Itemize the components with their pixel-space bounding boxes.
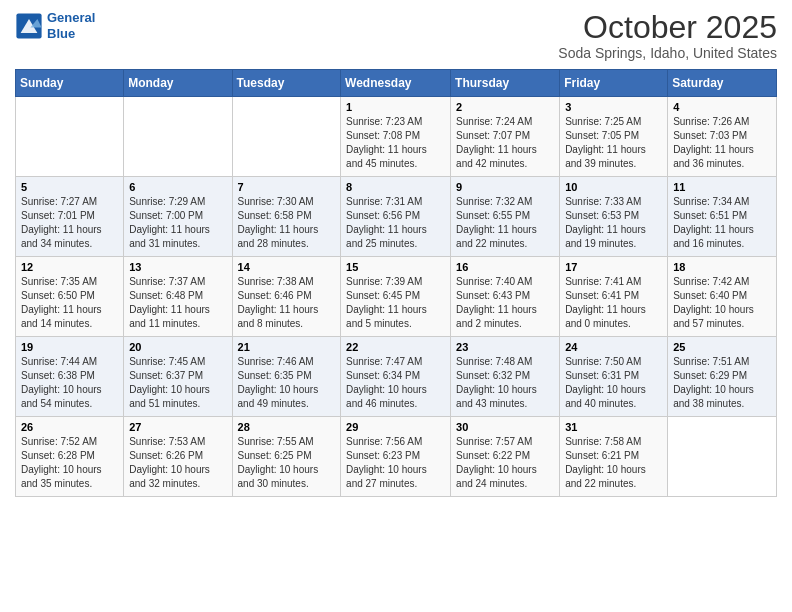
day-info: Sunrise: 7:40 AMSunset: 6:43 PMDaylight:… — [456, 275, 554, 331]
week-row-1: 1Sunrise: 7:23 AMSunset: 7:08 PMDaylight… — [16, 97, 777, 177]
calendar-cell — [668, 417, 777, 497]
day-number: 11 — [673, 181, 771, 193]
day-info: Sunrise: 7:41 AMSunset: 6:41 PMDaylight:… — [565, 275, 662, 331]
day-info: Sunrise: 7:23 AMSunset: 7:08 PMDaylight:… — [346, 115, 445, 171]
day-number: 15 — [346, 261, 445, 273]
calendar-cell: 28Sunrise: 7:55 AMSunset: 6:25 PMDayligh… — [232, 417, 341, 497]
calendar-cell: 27Sunrise: 7:53 AMSunset: 6:26 PMDayligh… — [124, 417, 232, 497]
title-block: October 2025 Soda Springs, Idaho, United… — [558, 10, 777, 61]
day-info: Sunrise: 7:32 AMSunset: 6:55 PMDaylight:… — [456, 195, 554, 251]
calendar-cell: 9Sunrise: 7:32 AMSunset: 6:55 PMDaylight… — [451, 177, 560, 257]
calendar-cell: 26Sunrise: 7:52 AMSunset: 6:28 PMDayligh… — [16, 417, 124, 497]
weekday-tuesday: Tuesday — [232, 70, 341, 97]
month-title: October 2025 — [558, 10, 777, 45]
day-info: Sunrise: 7:35 AMSunset: 6:50 PMDaylight:… — [21, 275, 118, 331]
logo-line2: Blue — [47, 26, 75, 41]
day-info: Sunrise: 7:37 AMSunset: 6:48 PMDaylight:… — [129, 275, 226, 331]
day-number: 14 — [238, 261, 336, 273]
day-info: Sunrise: 7:51 AMSunset: 6:29 PMDaylight:… — [673, 355, 771, 411]
day-number: 1 — [346, 101, 445, 113]
calendar-cell: 2Sunrise: 7:24 AMSunset: 7:07 PMDaylight… — [451, 97, 560, 177]
day-number: 31 — [565, 421, 662, 433]
day-number: 28 — [238, 421, 336, 433]
day-number: 23 — [456, 341, 554, 353]
calendar-cell: 13Sunrise: 7:37 AMSunset: 6:48 PMDayligh… — [124, 257, 232, 337]
calendar-cell: 8Sunrise: 7:31 AMSunset: 6:56 PMDaylight… — [341, 177, 451, 257]
calendar-cell — [124, 97, 232, 177]
weekday-thursday: Thursday — [451, 70, 560, 97]
day-info: Sunrise: 7:52 AMSunset: 6:28 PMDaylight:… — [21, 435, 118, 491]
location-subtitle: Soda Springs, Idaho, United States — [558, 45, 777, 61]
calendar-cell: 31Sunrise: 7:58 AMSunset: 6:21 PMDayligh… — [560, 417, 668, 497]
logo-text: General Blue — [47, 10, 95, 41]
day-number: 2 — [456, 101, 554, 113]
day-number: 22 — [346, 341, 445, 353]
calendar-cell: 7Sunrise: 7:30 AMSunset: 6:58 PMDaylight… — [232, 177, 341, 257]
day-number: 6 — [129, 181, 226, 193]
calendar-cell: 3Sunrise: 7:25 AMSunset: 7:05 PMDaylight… — [560, 97, 668, 177]
weekday-friday: Friday — [560, 70, 668, 97]
logo: General Blue — [15, 10, 95, 41]
day-info: Sunrise: 7:47 AMSunset: 6:34 PMDaylight:… — [346, 355, 445, 411]
calendar-cell: 22Sunrise: 7:47 AMSunset: 6:34 PMDayligh… — [341, 337, 451, 417]
day-number: 18 — [673, 261, 771, 273]
calendar-cell: 24Sunrise: 7:50 AMSunset: 6:31 PMDayligh… — [560, 337, 668, 417]
day-number: 25 — [673, 341, 771, 353]
day-info: Sunrise: 7:48 AMSunset: 6:32 PMDaylight:… — [456, 355, 554, 411]
day-info: Sunrise: 7:29 AMSunset: 7:00 PMDaylight:… — [129, 195, 226, 251]
day-info: Sunrise: 7:38 AMSunset: 6:46 PMDaylight:… — [238, 275, 336, 331]
day-info: Sunrise: 7:31 AMSunset: 6:56 PMDaylight:… — [346, 195, 445, 251]
weekday-sunday: Sunday — [16, 70, 124, 97]
calendar-cell: 21Sunrise: 7:46 AMSunset: 6:35 PMDayligh… — [232, 337, 341, 417]
calendar-cell: 30Sunrise: 7:57 AMSunset: 6:22 PMDayligh… — [451, 417, 560, 497]
calendar-cell: 14Sunrise: 7:38 AMSunset: 6:46 PMDayligh… — [232, 257, 341, 337]
header: General Blue October 2025 Soda Springs, … — [15, 10, 777, 61]
week-row-3: 12Sunrise: 7:35 AMSunset: 6:50 PMDayligh… — [16, 257, 777, 337]
calendar-cell: 10Sunrise: 7:33 AMSunset: 6:53 PMDayligh… — [560, 177, 668, 257]
day-info: Sunrise: 7:27 AMSunset: 7:01 PMDaylight:… — [21, 195, 118, 251]
calendar-cell: 23Sunrise: 7:48 AMSunset: 6:32 PMDayligh… — [451, 337, 560, 417]
weekday-monday: Monday — [124, 70, 232, 97]
day-info: Sunrise: 7:53 AMSunset: 6:26 PMDaylight:… — [129, 435, 226, 491]
week-row-4: 19Sunrise: 7:44 AMSunset: 6:38 PMDayligh… — [16, 337, 777, 417]
day-number: 29 — [346, 421, 445, 433]
calendar-cell: 6Sunrise: 7:29 AMSunset: 7:00 PMDaylight… — [124, 177, 232, 257]
calendar-cell: 1Sunrise: 7:23 AMSunset: 7:08 PMDaylight… — [341, 97, 451, 177]
day-info: Sunrise: 7:55 AMSunset: 6:25 PMDaylight:… — [238, 435, 336, 491]
day-number: 20 — [129, 341, 226, 353]
logo-line1: General — [47, 10, 95, 25]
day-info: Sunrise: 7:24 AMSunset: 7:07 PMDaylight:… — [456, 115, 554, 171]
day-info: Sunrise: 7:26 AMSunset: 7:03 PMDaylight:… — [673, 115, 771, 171]
calendar-cell: 29Sunrise: 7:56 AMSunset: 6:23 PMDayligh… — [341, 417, 451, 497]
day-number: 27 — [129, 421, 226, 433]
day-number: 10 — [565, 181, 662, 193]
day-info: Sunrise: 7:46 AMSunset: 6:35 PMDaylight:… — [238, 355, 336, 411]
day-number: 21 — [238, 341, 336, 353]
week-row-2: 5Sunrise: 7:27 AMSunset: 7:01 PMDaylight… — [16, 177, 777, 257]
day-info: Sunrise: 7:56 AMSunset: 6:23 PMDaylight:… — [346, 435, 445, 491]
day-number: 7 — [238, 181, 336, 193]
day-number: 12 — [21, 261, 118, 273]
day-number: 16 — [456, 261, 554, 273]
calendar-cell: 11Sunrise: 7:34 AMSunset: 6:51 PMDayligh… — [668, 177, 777, 257]
day-number: 17 — [565, 261, 662, 273]
day-info: Sunrise: 7:25 AMSunset: 7:05 PMDaylight:… — [565, 115, 662, 171]
day-info: Sunrise: 7:42 AMSunset: 6:40 PMDaylight:… — [673, 275, 771, 331]
calendar-cell: 17Sunrise: 7:41 AMSunset: 6:41 PMDayligh… — [560, 257, 668, 337]
day-number: 19 — [21, 341, 118, 353]
calendar-cell — [232, 97, 341, 177]
day-number: 4 — [673, 101, 771, 113]
logo-icon — [15, 12, 43, 40]
day-number: 8 — [346, 181, 445, 193]
weekday-header-row: SundayMondayTuesdayWednesdayThursdayFrid… — [16, 70, 777, 97]
calendar-cell: 19Sunrise: 7:44 AMSunset: 6:38 PMDayligh… — [16, 337, 124, 417]
day-info: Sunrise: 7:50 AMSunset: 6:31 PMDaylight:… — [565, 355, 662, 411]
calendar-cell: 4Sunrise: 7:26 AMSunset: 7:03 PMDaylight… — [668, 97, 777, 177]
calendar-cell — [16, 97, 124, 177]
day-number: 5 — [21, 181, 118, 193]
day-number: 13 — [129, 261, 226, 273]
day-number: 24 — [565, 341, 662, 353]
day-number: 3 — [565, 101, 662, 113]
day-info: Sunrise: 7:57 AMSunset: 6:22 PMDaylight:… — [456, 435, 554, 491]
calendar-cell: 25Sunrise: 7:51 AMSunset: 6:29 PMDayligh… — [668, 337, 777, 417]
